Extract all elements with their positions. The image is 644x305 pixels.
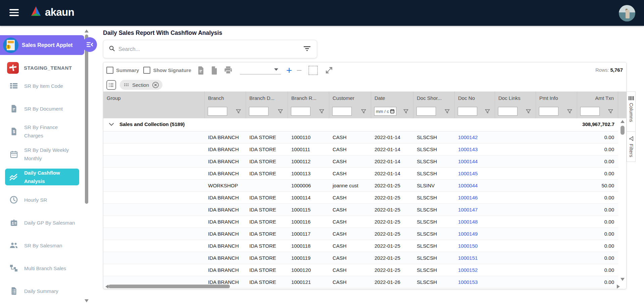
group-settings-button[interactable]: [106, 80, 116, 90]
column-header-branch-d-[interactable]: Branch D...: [246, 92, 288, 104]
column-header-doc-shor-[interactable]: Doc Shor...: [413, 92, 455, 104]
user-avatar[interactable]: [619, 5, 635, 21]
hamburger-menu-icon[interactable]: [9, 9, 19, 16]
table-vertical-scrollbar[interactable]: [620, 118, 626, 284]
doc-no-link[interactable]: 1000142: [455, 131, 495, 143]
chip-close-icon[interactable]: [152, 81, 159, 88]
filter-funnel-icon[interactable]: [319, 109, 325, 114]
sidebar-item-sr-by-document[interactable]: SR By Document: [0, 97, 84, 120]
table-row[interactable]: IDA BRANCHIDA STORE1000117CASH2022-01-25…: [103, 228, 618, 240]
table-row[interactable]: IDA BRANCHIDA STORE1000111CASH2022-01-14…: [103, 143, 618, 156]
sidebar-scroll-down-icon[interactable]: [85, 299, 89, 302]
doc-no-link[interactable]: 1000143: [455, 143, 495, 155]
doc-no-link[interactable]: 1000147: [455, 204, 495, 216]
column-header-date[interactable]: Date: [371, 92, 413, 104]
table-row[interactable]: IDA BRANCHIDA STORE1000113CASH2022-01-14…: [103, 168, 618, 180]
column-filter-input[interactable]: [249, 107, 268, 116]
doc-no-link[interactable]: 1000152: [455, 264, 495, 276]
table-row[interactable]: IDA BRANCHIDA STORE1000118CASH2022-01-25…: [103, 240, 618, 252]
column-filter-input[interactable]: [498, 107, 517, 116]
table-row[interactable]: WORKSHOP1000006joanne cust2022-01-25SLSI…: [103, 180, 618, 192]
sidebar-item-multi-branch-sales[interactable]: Multi Branch Sales: [0, 257, 84, 280]
add-button[interactable]: +: [286, 67, 292, 74]
sidebar-item-sr-by-daily-weekly-monthly[interactable]: SR By Daily Weekly Monthly: [0, 143, 84, 166]
search-input[interactable]: Search...: [118, 46, 303, 52]
column-header-customer[interactable]: Customer: [329, 92, 371, 104]
doc-no-link[interactable]: 1000151: [455, 252, 495, 264]
sidebar-item-sr-by-salesman[interactable]: SR By Salesman: [0, 234, 84, 257]
column-header-pmt-info[interactable]: Pmt Info: [536, 92, 577, 104]
column-header-branch[interactable]: Branch: [205, 92, 246, 104]
column-filter-input[interactable]: [291, 107, 310, 116]
doc-no-link[interactable]: 1000044: [455, 180, 495, 191]
column-header-group[interactable]: Group: [103, 92, 205, 104]
sidebar-item-sr-by-item-code[interactable]: SR By Item Code: [0, 74, 84, 97]
filter-funnel-icon[interactable]: [526, 109, 531, 114]
page-size-select[interactable]: [240, 66, 281, 74]
filter-funnel-icon[interactable]: [403, 109, 409, 114]
sidebar-item-hourly-sr[interactable]: Hourly SR: [0, 188, 84, 211]
sidebar-scrollbar-thumb[interactable]: [85, 35, 88, 204]
scroll-up-icon[interactable]: [621, 120, 625, 123]
filter-list-icon[interactable]: [303, 46, 311, 53]
sidebar-item-tenant[interactable]: STAGING_TENANT: [0, 59, 84, 76]
doc-no-link[interactable]: 1000150: [455, 240, 495, 252]
blank-document-icon[interactable]: [210, 66, 218, 75]
group-row[interactable]: Sales and Collection (5189) 308,967,702.…: [103, 118, 618, 131]
table-row[interactable]: IDA BRANCHIDA STORE1000116CASH2022-01-25…: [103, 216, 618, 228]
table-row[interactable]: IDA BRANCHIDA STORE1000115CASH2022-01-25…: [103, 204, 618, 216]
filter-funnel-icon[interactable]: [444, 109, 450, 114]
table-row[interactable]: IDA BRANCHIDA STORE1000112CASH2022-01-14…: [103, 156, 618, 168]
doc-no-link[interactable]: 1000146: [455, 192, 495, 203]
column-filter-input[interactable]: [208, 107, 227, 116]
date-filter-input[interactable]: mm / c: [374, 107, 396, 116]
scroll-left-icon[interactable]: [105, 285, 108, 289]
sidebar-item-daily-cashflow-analysis[interactable]: Daily Cashflow Analysis: [0, 166, 84, 188]
grid-select-icon[interactable]: [308, 66, 318, 75]
search-bar[interactable]: Search...: [103, 40, 317, 58]
remove-button[interactable]: −: [296, 67, 302, 73]
sidebar-item-daily-gp-by-salesman[interactable]: Daily GP By Salesman: [0, 211, 84, 234]
side-tab-filters[interactable]: Filters: [627, 132, 636, 162]
column-header-amt-txn[interactable]: Amt Txn: [577, 92, 618, 104]
doc-no-link[interactable]: 1000144: [455, 156, 495, 167]
sidebar-item-sr-by-finance-charges[interactable]: $SR By Finance Charges: [0, 120, 84, 143]
filter-funnel-icon[interactable]: [236, 109, 241, 114]
table-row[interactable]: IDA BRANCHIDA STORE1000119CASH2022-01-25…: [103, 252, 618, 264]
table-row[interactable]: IDA BRANCHIDA STORE1000120CASH2022-01-25…: [103, 264, 618, 276]
sidebar-scrollbar[interactable]: [85, 28, 89, 303]
column-filter-input[interactable]: [332, 107, 352, 116]
doc-no-link[interactable]: 1000149: [455, 228, 495, 240]
column-filter-input[interactable]: [539, 107, 558, 116]
column-header-branch-r-[interactable]: Branch R...: [288, 92, 329, 104]
summary-checkbox[interactable]: [106, 67, 113, 74]
column-filter-input[interactable]: [580, 107, 600, 116]
filter-funnel-icon[interactable]: [567, 109, 573, 114]
doc-no-link[interactable]: 1000148: [455, 216, 495, 228]
vertical-scrollbar-thumb[interactable]: [621, 126, 625, 135]
column-header-doc-no[interactable]: Doc No: [455, 92, 495, 104]
horizontal-scrollbar-thumb[interactable]: [108, 285, 230, 288]
scroll-right-icon[interactable]: [617, 285, 620, 289]
filter-funnel-icon[interactable]: [608, 109, 613, 114]
expand-icon[interactable]: [325, 66, 333, 74]
table-row[interactable]: IDA BRANCHIDA STORE1000110CASH2022-01-14…: [103, 131, 618, 143]
column-filter-input[interactable]: [416, 107, 436, 116]
print-icon[interactable]: [224, 66, 233, 74]
table-row[interactable]: IDA BRANCHIDA STORE1000114CASH2022-01-25…: [103, 192, 618, 204]
table-horizontal-scrollbar[interactable]: [103, 284, 626, 289]
doc-no-link[interactable]: 1000145: [455, 168, 495, 179]
scroll-down-icon[interactable]: [621, 278, 625, 281]
filter-funnel-icon[interactable]: [361, 109, 366, 114]
column-filter-input[interactable]: [458, 107, 477, 116]
sidebar-scroll-up-icon[interactable]: [85, 29, 89, 33]
filter-funnel-icon[interactable]: [278, 109, 283, 114]
section-group-chip[interactable]: Section: [120, 80, 162, 90]
sidebar-collapse-button[interactable]: [82, 37, 97, 52]
chevron-down-icon[interactable]: [109, 122, 114, 128]
export-document-icon[interactable]: [197, 66, 205, 75]
applet-header[interactable]: $ Sales Report Applet: [0, 35, 84, 55]
show-signature-checkbox[interactable]: [143, 67, 150, 74]
sidebar-item-daily-summary[interactable]: Daily Summary: [0, 280, 84, 302]
side-tab-columns[interactable]: Columns: [627, 92, 636, 132]
